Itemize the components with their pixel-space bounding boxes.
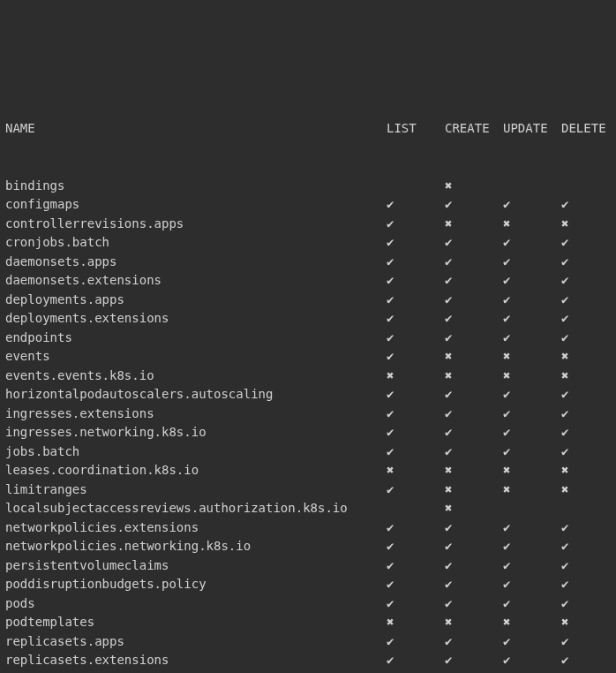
perm-delete: ✖ bbox=[561, 215, 616, 234]
check-icon: ✔ bbox=[445, 556, 461, 576]
perm-update: ✔ bbox=[503, 594, 561, 614]
perm-list: ✔ bbox=[387, 423, 445, 442]
perm-create: ✔ bbox=[445, 537, 503, 556]
resource-name: endpoints bbox=[5, 329, 387, 348]
resource-name: jobs.batch bbox=[5, 442, 387, 462]
cross-icon: ✖ bbox=[445, 347, 461, 367]
perm-create: ✔ bbox=[445, 291, 503, 310]
perm-update: ✔ bbox=[503, 651, 561, 670]
perm-create: ✔ bbox=[445, 575, 503, 594]
resource-name: configmaps bbox=[5, 195, 387, 215]
table-row: endpoints✔✔✔✔ bbox=[5, 329, 611, 348]
resource-name: deployments.apps bbox=[5, 291, 387, 310]
perm-delete: ✔ bbox=[561, 537, 616, 556]
resource-name: replicasets.extensions bbox=[5, 651, 387, 670]
perm-update bbox=[503, 499, 561, 518]
table-row: persistentvolumeclaims✔✔✔✔ bbox=[5, 556, 611, 576]
perm-update: ✖ bbox=[503, 480, 561, 500]
cross-icon: ✖ bbox=[503, 347, 519, 367]
permissions-table: NAME LIST CREATE UPDATE DELETE bindings✖… bbox=[5, 81, 611, 673]
perm-create: ✔ bbox=[445, 309, 503, 329]
check-icon: ✔ bbox=[387, 329, 402, 348]
resource-name: networkpolicies.networking.k8s.io bbox=[5, 537, 387, 556]
check-icon: ✔ bbox=[387, 575, 402, 594]
perm-list: ✖ bbox=[387, 613, 445, 632]
perm-create: ✖ bbox=[445, 613, 503, 632]
check-icon: ✔ bbox=[445, 405, 461, 424]
check-icon: ✔ bbox=[445, 309, 461, 329]
perm-list: ✔ bbox=[387, 347, 445, 367]
check-icon: ✔ bbox=[387, 195, 402, 215]
table-row: replicasets.extensions✔✔✔✔ bbox=[5, 651, 611, 670]
perm-list: ✔ bbox=[387, 594, 445, 614]
check-icon: ✔ bbox=[387, 347, 402, 367]
check-icon: ✔ bbox=[387, 594, 402, 614]
check-icon: ✔ bbox=[503, 195, 519, 215]
check-icon: ✔ bbox=[387, 309, 402, 329]
perm-update: ✔ bbox=[503, 670, 561, 674]
cross-icon: ✖ bbox=[387, 613, 402, 632]
check-icon: ✔ bbox=[561, 423, 577, 442]
perm-update: ✔ bbox=[503, 271, 561, 291]
check-icon: ✔ bbox=[503, 537, 519, 556]
perm-delete: ✔ bbox=[561, 405, 616, 424]
check-icon: ✔ bbox=[561, 632, 577, 652]
perm-create: ✔ bbox=[445, 670, 503, 674]
cross-icon: ✖ bbox=[387, 461, 402, 480]
check-icon: ✔ bbox=[387, 405, 402, 424]
resource-name: poddisruptionbudgets.policy bbox=[5, 575, 387, 594]
perm-list bbox=[387, 177, 445, 196]
resource-name: replicasets.apps bbox=[5, 632, 387, 652]
perm-create: ✔ bbox=[445, 233, 503, 253]
resource-name: events.events.k8s.io bbox=[5, 367, 387, 386]
check-icon: ✔ bbox=[445, 537, 461, 556]
perm-list: ✔ bbox=[387, 309, 445, 329]
check-icon: ✔ bbox=[445, 233, 461, 253]
table-row: podtemplates✖✖✖✖ bbox=[5, 613, 611, 632]
perm-create: ✖ bbox=[445, 215, 503, 234]
check-icon: ✔ bbox=[561, 518, 577, 538]
check-icon: ✔ bbox=[561, 670, 577, 674]
check-icon: ✔ bbox=[387, 651, 402, 670]
table-row: bindings✖ bbox=[5, 177, 611, 196]
perm-create: ✔ bbox=[445, 594, 503, 614]
cross-icon: ✖ bbox=[503, 367, 519, 386]
resource-name: horizontalpodautoscalers.autoscaling bbox=[5, 385, 387, 405]
cross-icon: ✖ bbox=[445, 499, 461, 518]
perm-update: ✔ bbox=[503, 537, 561, 556]
table-row: deployments.extensions✔✔✔✔ bbox=[5, 309, 611, 329]
perm-create: ✔ bbox=[445, 442, 503, 462]
cross-icon: ✖ bbox=[445, 613, 461, 632]
table-row: localsubjectaccessreviews.authorization.… bbox=[5, 499, 611, 518]
resource-name: pods bbox=[5, 594, 387, 614]
check-icon: ✔ bbox=[387, 291, 402, 310]
check-icon: ✔ bbox=[503, 291, 519, 310]
perm-create: ✔ bbox=[445, 195, 503, 215]
cross-icon: ✖ bbox=[445, 215, 461, 234]
perm-delete: ✖ bbox=[561, 480, 616, 500]
perm-update bbox=[503, 177, 561, 196]
check-icon: ✔ bbox=[445, 575, 461, 594]
check-icon: ✔ bbox=[561, 253, 577, 272]
perm-list: ✔ bbox=[387, 632, 445, 652]
perm-list: ✔ bbox=[387, 195, 445, 215]
perm-create: ✖ bbox=[445, 367, 503, 386]
cross-icon: ✖ bbox=[445, 367, 461, 386]
perm-delete: ✔ bbox=[561, 442, 616, 462]
table-row: configmaps✔✔✔✔ bbox=[5, 195, 611, 215]
cross-icon: ✖ bbox=[561, 215, 577, 234]
table-row: deployments.apps✔✔✔✔ bbox=[5, 291, 611, 310]
check-icon: ✔ bbox=[503, 518, 519, 538]
check-icon: ✔ bbox=[503, 233, 519, 253]
check-icon: ✔ bbox=[503, 253, 519, 272]
check-icon: ✔ bbox=[561, 271, 577, 291]
table-row: limitranges✔✖✖✖ bbox=[5, 480, 611, 500]
header-update: UPDATE bbox=[503, 119, 561, 139]
check-icon: ✔ bbox=[387, 670, 402, 674]
table-row: cronjobs.batch✔✔✔✔ bbox=[5, 233, 611, 253]
perm-create: ✖ bbox=[445, 461, 503, 480]
table-row: controllerrevisions.apps✔✖✖✖ bbox=[5, 215, 611, 234]
header-delete: DELETE bbox=[561, 119, 616, 139]
cross-icon: ✖ bbox=[561, 461, 577, 480]
check-icon: ✔ bbox=[503, 670, 519, 674]
